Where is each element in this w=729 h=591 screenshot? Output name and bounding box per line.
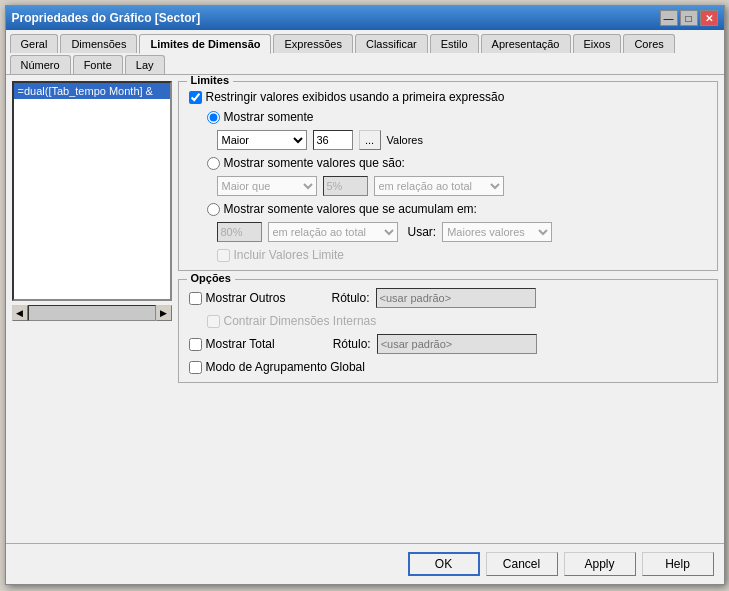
mostrar-somente-text: Mostrar somente [224, 110, 314, 124]
apply-button[interactable]: Apply [564, 552, 636, 576]
title-controls: — □ ✕ [660, 10, 718, 26]
valores-sao-controls: Maior que em relação ao total [189, 176, 707, 196]
agrupamento-checkbox[interactable] [189, 361, 202, 374]
rotulo-outros-label: Rótulo: [332, 291, 370, 305]
restrict-label: Restringir valores exibidos usando a pri… [206, 90, 505, 104]
scroll-right-button[interactable]: ▶ [156, 305, 172, 321]
acumulam-label[interactable]: Mostrar somente valores que se acumulam … [207, 202, 477, 216]
acum-input[interactable] [217, 222, 262, 242]
limites-group-label: Limites [187, 75, 234, 86]
main-content: =dual([Tab_tempo Month] & ◀ ▶ Limites [6, 75, 724, 543]
mostrar-outros-label[interactable]: Mostrar Outros [189, 291, 286, 305]
list-item[interactable]: =dual([Tab_tempo Month] & [14, 83, 170, 99]
contrair-checkbox[interactable] [207, 315, 220, 328]
maximize-button[interactable]: □ [680, 10, 698, 26]
ellipsis-button[interactable]: ... [359, 130, 381, 150]
tabs-and-content: Geral Dimensões Limites de Dimensão Expr… [6, 30, 724, 584]
tab-expressoes[interactable]: Expressões [273, 34, 352, 53]
mostrar-somente-label[interactable]: Mostrar somente [207, 110, 314, 124]
usar-label: Usar: [408, 225, 437, 239]
contrair-text: Contrair Dimensões Internas [224, 314, 377, 328]
valores-text: Valores [387, 134, 423, 146]
mostrar-somente-row: Mostrar somente [189, 110, 707, 124]
tab-bar: Geral Dimensões Limites de Dimensão Expr… [6, 30, 724, 75]
scroll-track[interactable] [28, 305, 156, 321]
dimension-list[interactable]: =dual([Tab_tempo Month] & [12, 81, 172, 301]
incluir-limite-row: Incluir Valores Limite [189, 248, 707, 262]
maior-menor-select[interactable]: Maior [217, 130, 307, 150]
number-input[interactable] [313, 130, 353, 150]
scroll-left-button[interactable]: ◀ [12, 305, 28, 321]
rotulo-outros-input[interactable] [376, 288, 536, 308]
agrupamento-label[interactable]: Modo de Agrupamento Global [189, 360, 365, 374]
valores-sao-text: Mostrar somente valores que são: [224, 156, 405, 170]
cancel-button[interactable]: Cancel [486, 552, 558, 576]
restrict-row: Restringir valores exibidos usando a pri… [189, 90, 707, 104]
mostrar-outros-row: Mostrar Outros Rótulo: [189, 288, 707, 308]
valores-sao-row: Mostrar somente valores que são: [189, 156, 707, 170]
tab-cores[interactable]: Cores [623, 34, 674, 53]
scroll-area: ◀ ▶ [12, 305, 172, 321]
pct-input[interactable] [323, 176, 368, 196]
tab-limites-dimensao[interactable]: Limites de Dimensão [139, 34, 271, 54]
mostrar-somente-controls: Maior ... Valores [189, 130, 707, 150]
contrair-row: Contrair Dimensões Internas [189, 314, 707, 328]
mostrar-outros-checkbox[interactable] [189, 292, 202, 305]
mostrar-outros-text: Mostrar Outros [206, 291, 286, 305]
window-inner: Geral Dimensões Limites de Dimensão Expr… [6, 30, 724, 584]
maiores-valores-select[interactable]: Maiores valores [442, 222, 552, 242]
maior-que-select[interactable]: Maior que [217, 176, 317, 196]
minimize-button[interactable]: — [660, 10, 678, 26]
valores-sao-label[interactable]: Mostrar somente valores que são: [207, 156, 405, 170]
close-button[interactable]: ✕ [700, 10, 718, 26]
acumulam-controls: em relação ao total Usar: Maiores valore… [189, 222, 707, 242]
title-bar: Propriedades do Gráfico [Sector] — □ ✕ [6, 6, 724, 30]
ok-button[interactable]: OK [408, 552, 480, 576]
relacao-select[interactable]: em relação ao total [374, 176, 504, 196]
tab-geral[interactable]: Geral [10, 34, 59, 53]
restrict-checkbox-label[interactable]: Restringir valores exibidos usando a pri… [189, 90, 505, 104]
tab-lay[interactable]: Lay [125, 55, 165, 74]
contrair-label[interactable]: Contrair Dimensões Internas [207, 314, 377, 328]
valores-sao-radio[interactable] [207, 157, 220, 170]
tab-eixos[interactable]: Eixos [573, 34, 622, 53]
tab-dimensoes[interactable]: Dimensões [60, 34, 137, 53]
window-title: Propriedades do Gráfico [Sector] [12, 11, 201, 25]
acum-relacao-select[interactable]: em relação ao total [268, 222, 398, 242]
tab-classificar[interactable]: Classificar [355, 34, 428, 53]
acumulam-row: Mostrar somente valores que se acumulam … [189, 202, 707, 216]
tab-numero[interactable]: Número [10, 55, 71, 74]
restrict-checkbox[interactable] [189, 91, 202, 104]
rotulo-total-input[interactable] [377, 334, 537, 354]
agrupamento-row: Modo de Agrupamento Global [189, 360, 707, 374]
rotulo-total-label: Rótulo: [333, 337, 371, 351]
agrupamento-text: Modo de Agrupamento Global [206, 360, 365, 374]
mostrar-total-text: Mostrar Total [206, 337, 275, 351]
help-button[interactable]: Help [642, 552, 714, 576]
mostrar-total-row: Mostrar Total Rótulo: [189, 334, 707, 354]
right-panel: Limites Restringir valores exibidos usan… [178, 81, 718, 537]
incluir-limite-label[interactable]: Incluir Valores Limite [217, 248, 344, 262]
tab-estilo[interactable]: Estilo [430, 34, 479, 53]
mostrar-somente-radio[interactable] [207, 111, 220, 124]
acumulam-text: Mostrar somente valores que se acumulam … [224, 202, 477, 216]
incluir-limite-text: Incluir Valores Limite [234, 248, 344, 262]
tab-apresentacao[interactable]: Apresentação [481, 34, 571, 53]
incluir-limite-checkbox[interactable] [217, 249, 230, 262]
left-panel: =dual([Tab_tempo Month] & ◀ ▶ [12, 81, 172, 537]
opcoes-group-label: Opções [187, 272, 235, 284]
acumulam-radio[interactable] [207, 203, 220, 216]
mostrar-total-checkbox[interactable] [189, 338, 202, 351]
tab-fonte[interactable]: Fonte [73, 55, 123, 74]
opcoes-group: Opções Mostrar Outros Rótulo: [178, 279, 718, 383]
mostrar-total-label[interactable]: Mostrar Total [189, 337, 275, 351]
limites-group: Limites Restringir valores exibidos usan… [178, 81, 718, 271]
